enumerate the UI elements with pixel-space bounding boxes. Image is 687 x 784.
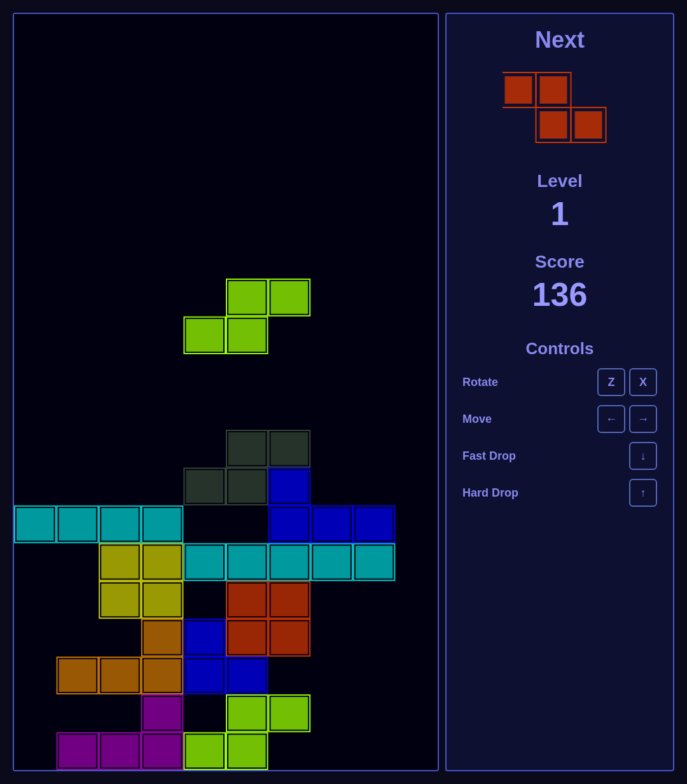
- score-label: Score: [535, 252, 585, 272]
- control-keys: ZX: [597, 368, 657, 396]
- control-keys: ↑: [629, 479, 657, 507]
- side-panel: Next Level 1 Score 136 Controls RotateZX…: [445, 13, 674, 771]
- control-keys: ←→: [597, 405, 657, 433]
- game-board-wrapper: [13, 13, 439, 771]
- level-label: Level: [537, 171, 583, 191]
- control-name: Rotate: [462, 376, 498, 389]
- controls-title: Controls: [456, 339, 663, 359]
- controls-list: RotateZXMove←→Fast Drop↓Hard Drop↑: [456, 368, 663, 507]
- score-value: 136: [532, 275, 588, 313]
- game-board-canvas: [14, 14, 438, 770]
- key-button[interactable]: →: [629, 405, 657, 433]
- key-button[interactable]: Z: [597, 368, 625, 396]
- control-row: Fast Drop↓: [456, 442, 663, 470]
- key-button[interactable]: ↑: [629, 479, 657, 507]
- game-container: Next Level 1 Score 136 Controls RotateZX…: [0, 0, 687, 784]
- control-name: Hard Drop: [462, 486, 518, 500]
- key-button[interactable]: ←: [597, 405, 625, 433]
- control-name: Move: [462, 413, 492, 426]
- next-label: Next: [535, 27, 585, 53]
- next-piece-display: [503, 63, 617, 152]
- control-row: Move←→: [456, 405, 663, 433]
- key-button[interactable]: X: [629, 368, 657, 396]
- level-value: 1: [551, 195, 569, 233]
- control-row: Hard Drop↑: [456, 479, 663, 507]
- control-keys: ↓: [629, 442, 657, 470]
- controls-section: Controls RotateZXMove←→Fast Drop↓Hard Dr…: [456, 339, 663, 516]
- key-button[interactable]: ↓: [629, 442, 657, 470]
- control-row: RotateZX: [456, 368, 663, 396]
- control-name: Fast Drop: [462, 450, 516, 463]
- next-piece-canvas: [503, 63, 617, 152]
